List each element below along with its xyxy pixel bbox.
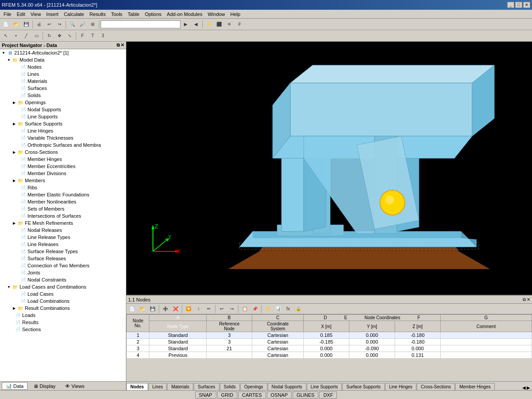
select-btn[interactable]: ↖ [1,31,11,41]
tab-data[interactable]: 📊 Data [2,382,27,390]
tree-member-elastic[interactable]: 📄 Member Elastic Foundations [0,191,126,198]
tree-connection[interactable]: 📄 Connection of Two Members [0,262,126,269]
menu-window[interactable]: Window [205,11,227,17]
table-sort-btn[interactable]: ↕ [194,304,203,314]
window-controls[interactable]: _ □ ✕ [507,2,530,8]
surf-btn[interactable]: ▭ [31,31,41,41]
cell-coord[interactable]: Cartesian [252,332,304,339]
tree-line-release-types[interactable]: 📄 Line Release Types [0,234,126,241]
tree-result-combinations[interactable]: ▶ 📁 Result Combinations [0,305,126,312]
cell-z[interactable]: -0.180 [395,332,441,339]
tree-surface-releases[interactable]: 📄 Surface Releases [0,255,126,262]
tree-member-hinges[interactable]: 📄 Member Hinges [0,156,126,163]
table-scroll[interactable]: NodeNo. A B C D E Node Coordinates F G [126,314,532,381]
tree-openings[interactable]: ▶ 📁 Openings [0,99,126,106]
cell-y[interactable]: 0.000 [349,352,395,359]
tab-line-hinges[interactable]: Line Hinges [385,383,417,390]
cell-type[interactable]: Standard [149,345,207,352]
tab-surface-supports[interactable]: Surface Supports [342,383,384,390]
table-fx-btn[interactable]: fx [283,304,293,314]
tab-cross-sections[interactable]: Cross-Sections [417,383,455,390]
float-btn[interactable]: ⧉ [117,43,120,48]
cell-comment[interactable] [440,332,532,339]
cell-comment[interactable] [440,339,532,345]
cell-ref[interactable]: 21 [207,345,252,352]
menu-results[interactable]: Results [87,11,109,17]
tree-member-nonlin[interactable]: 📄 Member Nonlinearities [0,198,126,205]
cell-z[interactable]: -0.180 [395,339,441,345]
redo-btn[interactable]: ↪ [55,20,64,29]
tree-ribs[interactable]: 📄 Ribs [0,184,126,191]
calc-btn[interactable]: ⚡ [204,20,214,29]
render-btn[interactable]: ⬛ [214,20,224,29]
cell-comment[interactable] [440,345,532,352]
dxf-btn[interactable]: DXF [319,391,337,399]
cell-type[interactable]: Standard [149,332,207,339]
search-input[interactable] [101,20,180,28]
new-btn[interactable]: 📄 [1,20,11,29]
minimize-btn[interactable]: _ [507,2,514,8]
table-calc-btn[interactable]: ⚡ [263,304,273,314]
tree-nodal-supports[interactable]: 📄 Nodal Supports [0,106,126,113]
menu-addon[interactable]: Add-on Modules [164,11,205,17]
viewport[interactable]: Z X Y [126,42,532,295]
tree-members[interactable]: ▶ 📁 Members [0,177,126,184]
table-row[interactable]: 4 Previous Cartesian 0.000 0.000 0.131 [127,352,532,359]
tree-surface-release-types[interactable]: 📄 Surface Release Types [0,248,126,255]
menu-insert[interactable]: Insert [43,11,61,17]
table-row[interactable]: 2 Standard 3 Cartesian -0.185 0.000 -0.1… [127,339,532,345]
tab-materials[interactable]: Materials [167,383,193,390]
cell-x[interactable]: 0.000 [304,352,349,359]
tab-solids[interactable]: Solids [220,383,240,390]
table-nav[interactable]: ⧉ ✕ [523,297,530,302]
view-3d[interactable]: 3 [98,31,108,41]
cell-x[interactable]: 0.185 [304,332,349,339]
cell-x[interactable]: 0.000 [304,345,349,352]
table-redo-btn[interactable]: ↪ [227,304,237,314]
tree-solids[interactable]: 📄 Solids [0,92,126,99]
tab-display[interactable]: 🖥 Display [29,383,59,390]
tree-variable-thick[interactable]: 📄 Variable Thicknesses [0,134,126,141]
tree-loads[interactable]: 📄 Loads [0,312,126,319]
tab-scroll-right[interactable]: ▶ [527,385,530,390]
view-top[interactable]: T [88,31,98,41]
table-filter-btn[interactable]: 🔽 [184,304,193,314]
cell-y[interactable]: 0.000 [349,332,395,339]
menu-view[interactable]: View [28,11,44,17]
zoom-all-btn[interactable]: ⊞ [88,20,98,29]
tree-orthotropic[interactable]: 📄 Orthotropic Surfaces and Membra [0,141,126,149]
menu-calculate[interactable]: Calculate [61,11,87,17]
table-row[interactable]: 3 Standard 21 Cartesian 0.000 -0.090 0.0… [127,345,532,352]
tree-load-cases-comb[interactable]: ▼ 📁 Load Cases and Combinations [0,283,126,290]
cell-comment[interactable] [440,352,532,359]
table-edit-btn[interactable]: ✏ [204,304,214,314]
tree-root[interactable]: ▼ 🖥 211214-Articulacion2* [1] [0,49,126,56]
print-btn[interactable]: 🖨 [34,20,44,29]
tab-nodes[interactable]: Nodes [126,383,148,390]
cell-z[interactable]: 0.131 [395,352,441,359]
tree-sets-members[interactable]: 📄 Sets of Members [0,205,126,212]
cell-coord[interactable]: Cartesian [252,345,304,352]
tab-scroll-left[interactable]: ◀ [522,385,526,390]
zoom-in-btn[interactable]: 🔍 [67,20,77,29]
grid-btn[interactable]: GRID [217,391,238,399]
save-btn[interactable]: 💾 [21,20,31,29]
tree-joints[interactable]: 📄 Joints [0,269,126,276]
tab-lines[interactable]: Lines [149,383,167,390]
tab-line-supports[interactable]: Line Supports [307,383,342,390]
tree-member-divisions[interactable]: 📄 Member Divisions [0,170,126,177]
table-new-btn[interactable]: 📄 [127,304,137,314]
tree-intersections[interactable]: 📄 Intersections of Surfaces [0,212,126,219]
zoom-out-btn[interactable]: 🔎 [78,20,87,29]
table-add-btn[interactable]: ➕ [160,304,170,314]
menu-help[interactable]: Help [228,11,243,17]
undo-btn[interactable]: ↩ [44,20,54,29]
cell-x[interactable]: -0.185 [304,339,349,345]
rotate-btn[interactable]: ↻ [44,31,54,41]
line-btn[interactable]: ╱ [21,31,31,41]
close-btn[interactable]: ✕ [523,2,530,8]
tree-fe-mesh[interactable]: ▶ 📁 FE Mesh Refinements [0,219,126,227]
tree-nodal-constraints[interactable]: 📄 Nodal Constraints [0,276,126,283]
tab-surfaces[interactable]: Surfaces [194,383,219,390]
search-btn[interactable]: ▶ [181,20,191,29]
